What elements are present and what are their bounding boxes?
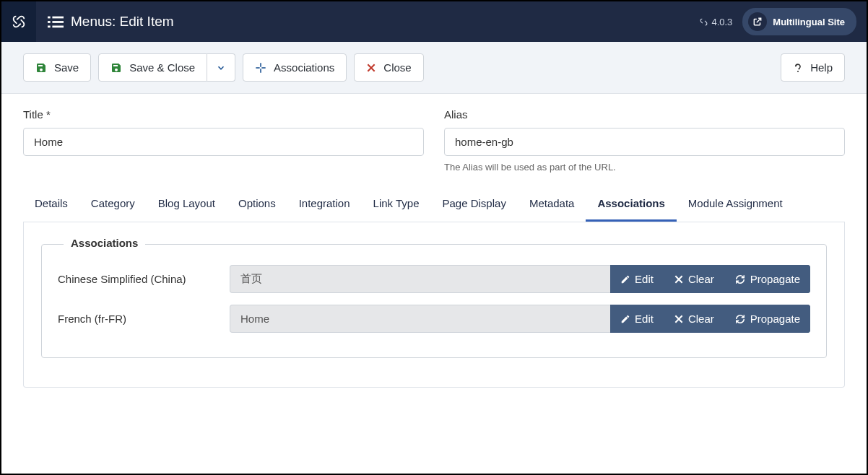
chevron-down-icon <box>216 63 226 73</box>
save-button[interactable]: Save <box>23 53 91 82</box>
edit-icon <box>620 314 630 324</box>
save-icon <box>110 62 122 74</box>
joomla-logo <box>1 1 36 42</box>
close-button[interactable]: Close <box>354 53 423 82</box>
propagate-icon <box>734 274 746 284</box>
edit-button[interactable]: Edit <box>610 305 664 333</box>
association-language-label: French (fr-FR) <box>58 313 230 325</box>
site-label: Multilingual Site <box>773 17 845 27</box>
tab-link-type[interactable]: Link Type <box>362 187 431 222</box>
site-link[interactable]: Multilingual Site <box>742 8 856 35</box>
clear-icon <box>674 314 684 324</box>
save-dropdown-button[interactable] <box>207 53 235 82</box>
edit-icon <box>620 274 630 284</box>
association-value-input[interactable] <box>230 305 610 333</box>
toolbar: Save Save & Close Associations Close <box>1 42 867 94</box>
svg-rect-1 <box>52 17 64 19</box>
tab-panel-associations: Associations Chinese Simplified (China)E… <box>23 222 845 388</box>
tab-metadata[interactable]: Metadata <box>518 187 586 222</box>
external-link-icon <box>748 12 767 31</box>
propagate-button[interactable]: Propagate <box>724 265 810 293</box>
alias-input[interactable] <box>444 128 845 156</box>
save-close-group: Save & Close <box>98 53 235 82</box>
fieldset-legend: Associations <box>64 237 145 249</box>
save-close-button[interactable]: Save & Close <box>98 53 207 82</box>
title-input[interactable] <box>23 128 424 156</box>
clear-button[interactable]: Clear <box>664 265 724 293</box>
propagate-icon <box>734 314 746 324</box>
tab-integration[interactable]: Integration <box>287 187 362 222</box>
tab-associations[interactable]: Associations <box>586 187 676 222</box>
tab-options[interactable]: Options <box>227 187 287 222</box>
top-header: Menus: Edit Item 4.0.3 Multilingual Site <box>1 1 867 42</box>
content-area: Title * Alias The Alias will be used as … <box>1 94 867 402</box>
save-icon <box>35 62 47 74</box>
tabs-nav: DetailsCategoryBlog LayoutOptionsIntegra… <box>23 187 845 222</box>
tab-details[interactable]: Details <box>23 187 79 222</box>
alias-hint: The Alias will be used as part of the UR… <box>444 162 845 173</box>
version-badge: 4.0.3 <box>699 17 732 27</box>
tab-module-assignment[interactable]: Module Assignment <box>677 187 794 222</box>
svg-rect-4 <box>48 26 51 28</box>
title-label: Title * <box>23 108 424 121</box>
help-icon <box>793 62 803 74</box>
association-language-label: Chinese Simplified (China) <box>58 273 230 285</box>
tab-page-display[interactable]: Page Display <box>431 187 518 222</box>
tab-blog-layout[interactable]: Blog Layout <box>147 187 227 222</box>
associations-button[interactable]: Associations <box>243 53 347 82</box>
association-row: Chinese Simplified (China)EditClearPropa… <box>58 265 810 293</box>
svg-rect-2 <box>48 21 51 23</box>
svg-rect-3 <box>52 21 64 23</box>
associations-icon <box>255 62 266 74</box>
version-text: 4.0.3 <box>711 17 732 27</box>
clear-button[interactable]: Clear <box>664 305 724 333</box>
close-icon <box>366 63 376 73</box>
svg-rect-0 <box>48 17 51 19</box>
propagate-button[interactable]: Propagate <box>724 305 810 333</box>
association-value-input[interactable] <box>230 265 610 293</box>
associations-fieldset: Associations Chinese Simplified (China)E… <box>41 244 827 358</box>
alias-label: Alias <box>444 108 845 121</box>
tab-category[interactable]: Category <box>79 187 147 222</box>
svg-rect-5 <box>52 26 64 28</box>
clear-icon <box>674 274 684 284</box>
edit-button[interactable]: Edit <box>610 265 664 293</box>
page-title: Menus: Edit Item <box>71 14 174 30</box>
association-row: French (fr-FR)EditClearPropagate <box>58 305 810 333</box>
help-button[interactable]: Help <box>781 53 845 82</box>
list-icon <box>48 14 64 29</box>
